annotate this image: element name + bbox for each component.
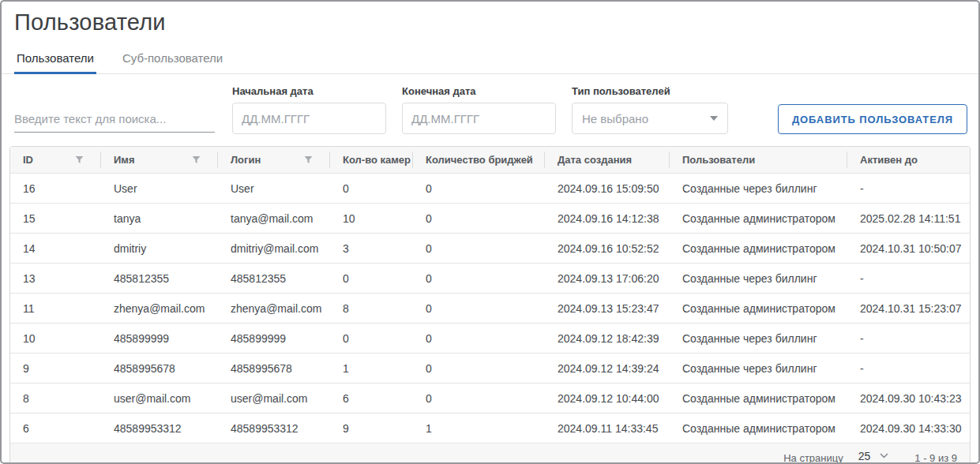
cell-6: Созданные администратором — [670, 294, 847, 324]
cell-3: 0 — [330, 174, 413, 204]
funnel-icon[interactable] — [75, 155, 84, 164]
table-row[interactable]: 13485812355485812355002024.09.13 17:06:2… — [10, 264, 970, 294]
cell-5: 2024.09.13 17:06:20 — [545, 264, 670, 294]
table-row[interactable]: 10485899999485899999002024.09.12 18:42:3… — [10, 324, 970, 354]
cell-6: Созданные через биллинг — [670, 354, 847, 384]
cell-2: zhenya@mail.com — [218, 294, 330, 324]
cell-7: 2024.10.31 15:23:07 — [847, 294, 970, 324]
cell-2: dmitriy@mail.com — [218, 234, 330, 264]
cell-5: 2024.09.12 18:42:39 — [545, 324, 670, 354]
cell-5: 2024.09.12 10:44:00 — [545, 384, 670, 413]
table-body: 16UserUser002024.09.16 15:09:50Созданные… — [10, 174, 970, 443]
cell-0: 6 — [10, 413, 101, 443]
cell-3: 0 — [330, 324, 413, 354]
cell-2: user@mail.com — [218, 384, 330, 413]
cell-2: User — [218, 174, 330, 204]
cell-4: 1 — [413, 413, 545, 443]
column-header-5: Дата создания — [545, 147, 670, 174]
cell-0: 11 — [10, 294, 101, 324]
column-label: Логин — [231, 154, 261, 166]
column-label: ID — [23, 154, 33, 166]
table-row[interactable]: 14dmitriydmitriy@mail.com302024.09.16 10… — [10, 234, 970, 264]
add-user-button[interactable]: ДОБАВИТЬ ПОЛЬЗОВАТЕЛЯ — [778, 104, 967, 134]
start-date-input[interactable] — [232, 103, 386, 134]
cell-2: tanya@mail.com — [218, 204, 330, 234]
column-header-3: Кол-во камер — [330, 147, 413, 174]
cell-3: 3 — [330, 234, 413, 264]
cell-4: 0 — [413, 384, 545, 413]
cell-0: 16 — [10, 174, 101, 204]
cell-1: 485812355 — [101, 264, 218, 294]
column-label: Пользователи — [682, 154, 755, 166]
per-page-select[interactable]: 25 — [856, 450, 892, 464]
cell-4: 0 — [413, 174, 545, 204]
start-date-label: Начальная дата — [232, 85, 386, 97]
cell-3: 6 — [330, 384, 413, 413]
cell-7: 2024.09.30 14:33:30 — [847, 413, 970, 443]
table-row[interactable]: 15tanyatanya@mail.com1002024.09.16 14:12… — [10, 204, 970, 234]
cell-7: - — [847, 264, 970, 294]
cell-5: 2024.09.11 14:33:45 — [545, 413, 670, 443]
funnel-icon[interactable] — [304, 155, 313, 164]
table-row[interactable]: 948589956784858995678102024.09.12 14:39:… — [10, 354, 970, 384]
funnel-icon[interactable] — [192, 155, 201, 164]
cell-3: 1 — [330, 354, 413, 384]
tab-subusers[interactable]: Суб-пользователи — [120, 51, 225, 73]
cell-5: 2024.09.16 15:09:50 — [545, 174, 670, 204]
column-label: Кол-во камер — [343, 154, 411, 166]
table-header-row: IDИмяЛогинКол-во камерКоличество бриджей… — [10, 147, 970, 174]
column-header-4: Количество бриджей — [413, 147, 545, 174]
cell-1: 4858995678 — [101, 354, 218, 384]
table-row[interactable]: 8user@mail.comuser@mail.com602024.09.12 … — [10, 384, 970, 413]
cell-5: 2024.09.13 15:23:47 — [545, 294, 670, 324]
tab-users[interactable]: Пользователи — [14, 51, 96, 73]
cell-6: Созданные через биллинг — [670, 324, 847, 354]
table-row[interactable]: 11zhenya@mail.comzhenya@mail.com802024.0… — [10, 294, 970, 324]
cell-3: 0 — [330, 264, 413, 294]
end-date-field: Конечная дата — [402, 85, 556, 134]
column-header-6: Пользователи — [670, 147, 847, 174]
tab-bar: Пользователи Суб-пользователи — [2, 51, 978, 74]
column-label: Активен до — [860, 154, 918, 166]
cell-5: 2024.09.12 14:39:24 — [545, 354, 670, 384]
per-page-label: На страницу — [783, 452, 843, 464]
cell-0: 8 — [10, 384, 101, 413]
column-header-0: ID — [10, 147, 101, 174]
cell-6: Созданные через биллинг — [670, 264, 847, 294]
cell-4: 0 — [413, 294, 545, 324]
cell-7: 2025.02.28 14:11:51 — [847, 204, 970, 234]
cell-2: 48589953312 — [218, 413, 330, 443]
table-row[interactable]: 16UserUser002024.09.16 15:09:50Созданные… — [10, 174, 970, 204]
cell-4: 0 — [413, 324, 545, 354]
end-date-input[interactable] — [402, 103, 556, 134]
cell-5: 2024.09.16 10:52:52 — [545, 234, 670, 264]
cell-1: tanya — [101, 204, 218, 234]
cell-1: zhenya@mail.com — [101, 294, 218, 324]
user-type-select[interactable]: Не выбрано — [572, 103, 728, 134]
cell-6: Созданные через биллинг — [670, 174, 847, 204]
page-title: Пользователи — [14, 9, 978, 36]
cell-7: - — [847, 174, 970, 204]
table-row[interactable]: 64858995331248589953312912024.09.11 14:3… — [10, 413, 970, 443]
cell-3: 10 — [330, 204, 413, 234]
cell-4: 0 — [413, 354, 545, 384]
filter-bar: Начальная дата Конечная дата Тип пользов… — [2, 85, 978, 134]
cell-0: 13 — [10, 264, 101, 294]
cell-1: User — [101, 174, 218, 204]
search-input[interactable] — [14, 112, 215, 133]
cell-6: Созданные администратором — [670, 413, 847, 443]
column-header-2: Логин — [218, 147, 330, 174]
column-label: Дата создания — [558, 154, 632, 166]
per-page-value: 25 — [858, 450, 871, 462]
cell-0: 14 — [10, 234, 101, 264]
cell-0: 10 — [10, 324, 101, 354]
cell-5: 2024.09.16 14:12:38 — [545, 204, 670, 234]
column-header-1: Имя — [101, 147, 218, 174]
cell-1: 485899999 — [101, 324, 218, 354]
cell-2: 485812355 — [218, 264, 330, 294]
cell-7: - — [847, 324, 970, 354]
column-label: Имя — [114, 154, 135, 166]
user-type-field: Тип пользователей Не выбрано — [572, 85, 728, 134]
start-date-field: Начальная дата — [232, 85, 386, 134]
pagination-bar: На страницу 25 1 - 9 из 9 — [10, 443, 970, 464]
